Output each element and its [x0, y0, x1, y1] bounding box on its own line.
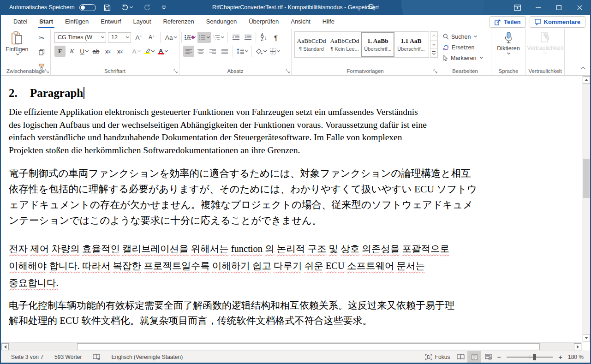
style-standard[interactable]: AaBbCcDd ¶ Standard [295, 32, 328, 57]
tab-entwurf[interactable]: Entwurf [95, 15, 127, 29]
tab-ueberpruefen[interactable]: Überprüfen [243, 15, 285, 29]
scroll-down-icon[interactable] [583, 334, 590, 341]
tab-layout[interactable]: Layout [127, 15, 157, 29]
tab-hilfe[interactable]: Hilfe [316, 15, 340, 29]
decrease-font-button[interactable]: Aˇ [146, 32, 157, 43]
style-ueberschrift-2[interactable]: 1.1 AaB Überschrif... [394, 32, 428, 57]
style-ueberschrift-1[interactable]: 1. AaBb Überschrif... [361, 32, 394, 57]
superscript-button[interactable]: x2 [114, 46, 125, 57]
vertical-scroll-thumb[interactable] [583, 159, 590, 198]
italic-button[interactable]: K [66, 46, 78, 57]
dictate-button[interactable]: Diktieren [491, 32, 525, 55]
align-right-button[interactable] [207, 46, 218, 57]
line-spacing-button[interactable] [235, 46, 249, 57]
close-button[interactable] [569, 0, 590, 15]
align-center-button[interactable] [195, 46, 206, 57]
replace-button[interactable]: bc Ersetzen [439, 42, 491, 53]
proofing-status-icon[interactable] [89, 351, 104, 363]
clipboard-dialog-launcher-icon[interactable] [45, 69, 49, 73]
search-icon[interactable] [368, 3, 376, 11]
collapse-ribbon-icon[interactable] [580, 63, 585, 72]
gallery-scroll-up-icon[interactable] [430, 32, 437, 41]
page-indicator[interactable]: Seite 3 von 7 [7, 351, 47, 363]
tab-referenzen[interactable]: Referenzen [157, 15, 200, 29]
font-size-combo[interactable]: 12 [108, 32, 131, 43]
tab-start[interactable]: Start [33, 15, 59, 29]
paragraph-dialog-launcher-icon[interactable] [286, 69, 290, 73]
tab-sendungen[interactable]: Sendungen [200, 15, 243, 29]
justify-button[interactable] [219, 46, 230, 57]
borders-button[interactable] [269, 46, 281, 57]
paste-button[interactable]: Einfügen [6, 31, 28, 56]
zoom-in-button[interactable]: + [556, 353, 564, 361]
align-left-button[interactable] [183, 46, 194, 57]
shading-button[interactable] [254, 46, 268, 57]
highlight-color-button[interactable] [143, 46, 155, 57]
word-count[interactable]: 593 Wörter [51, 351, 85, 363]
show-paragraph-marks-button[interactable]: ¶ [270, 32, 281, 43]
document-canvas[interactable]: 2.Paragraph Die effiziente Applikation e… [1, 76, 582, 342]
text-line: 電子制御式の車両ファンクションを効率的に適合するためには、対象ファンクションの論… [9, 166, 573, 181]
style-kein-leerraum[interactable]: AaBbCcDd ¶ Kein Lee... [328, 32, 361, 57]
ribbon-display-options-icon[interactable] [507, 0, 528, 15]
replace-label: Ersetzen [452, 44, 474, 51]
focus-label: Fokus [435, 354, 450, 360]
font-color-chevron-icon [165, 48, 168, 52]
maximize-button[interactable] [549, 0, 569, 15]
autosave-toggle[interactable] [79, 4, 96, 11]
save-icon[interactable] [101, 0, 114, 15]
scroll-right-icon[interactable] [574, 343, 581, 350]
subscript-button[interactable]: x2 [102, 46, 113, 57]
decrease-indent-button[interactable] [230, 32, 241, 43]
change-case-button[interactable]: Aa [164, 32, 178, 43]
comments-button[interactable]: Kommentare [530, 16, 585, 28]
zoom-slider-thumb[interactable] [533, 354, 536, 360]
tab-datei[interactable]: Datei [7, 15, 33, 29]
gallery-scroll-down-icon[interactable] [430, 41, 437, 49]
select-button[interactable]: Markieren [439, 53, 491, 63]
tab-ansicht[interactable]: Ansicht [285, 15, 316, 29]
svg-text:3: 3 [199, 38, 200, 40]
gallery-expand-icon[interactable] [430, 49, 437, 57]
focus-mode-button[interactable]: Fokus [421, 351, 454, 363]
customize-quick-access-icon[interactable] [158, 0, 169, 15]
font-dialog-launcher-icon[interactable] [173, 69, 178, 73]
font-name-combo[interactable]: CG Times (W [54, 32, 106, 43]
minimize-button[interactable] [528, 0, 549, 15]
font-color-button[interactable]: A [156, 46, 169, 57]
tab-einfuegen[interactable]: Einfügen [59, 15, 95, 29]
cut-button[interactable]: ✂ [36, 32, 47, 43]
read-mode-icon[interactable] [454, 351, 467, 363]
find-button[interactable]: Suchen [439, 31, 491, 42]
sort-button[interactable]: AZ ↓ [258, 32, 269, 43]
multilevel-list-button[interactable]: 1ai [212, 32, 225, 43]
increase-indent-button[interactable] [242, 32, 253, 43]
undo-dropdown-chevron-icon[interactable] [130, 5, 133, 8]
horizontal-scroll-thumb[interactable] [77, 343, 540, 350]
bold-button[interactable]: F [54, 46, 66, 57]
language-indicator[interactable]: Englisch (Vereinigte Staaten) [107, 351, 186, 363]
share-button[interactable]: Teilen [490, 16, 526, 28]
zoom-slider[interactable] [507, 357, 553, 358]
numbered-list-button[interactable]: 123 [197, 32, 211, 43]
zoom-level[interactable]: 180 % [564, 351, 584, 363]
copy-button[interactable] [36, 47, 47, 58]
increase-font-button[interactable]: Aˆ [133, 32, 144, 43]
print-layout-icon[interactable] [467, 351, 481, 363]
undo-icon[interactable] [119, 0, 136, 15]
text-line: des logischen Aufbaus und der wechselsei… [9, 119, 573, 131]
text-line: einfach verständliche und handzuhabende … [9, 131, 573, 144]
zoom-out-button[interactable]: − [495, 353, 503, 361]
strikethrough-button[interactable]: ab [90, 46, 101, 57]
scroll-up-icon[interactable] [583, 76, 590, 84]
bullet-list-button[interactable] [183, 32, 197, 43]
horizontal-scrollbar[interactable] [1, 342, 582, 351]
vertical-scrollbar[interactable] [582, 76, 590, 342]
paste-dropdown-chevron-icon[interactable] [16, 52, 19, 55]
web-layout-icon[interactable] [481, 351, 495, 363]
clipboard-icon [11, 31, 23, 45]
scroll-left-icon[interactable] [1, 343, 9, 350]
sensitivity-label: Vertraulichkeit [527, 45, 563, 51]
underline-button[interactable]: U [78, 46, 90, 57]
styles-dialog-launcher-icon[interactable] [433, 69, 437, 73]
